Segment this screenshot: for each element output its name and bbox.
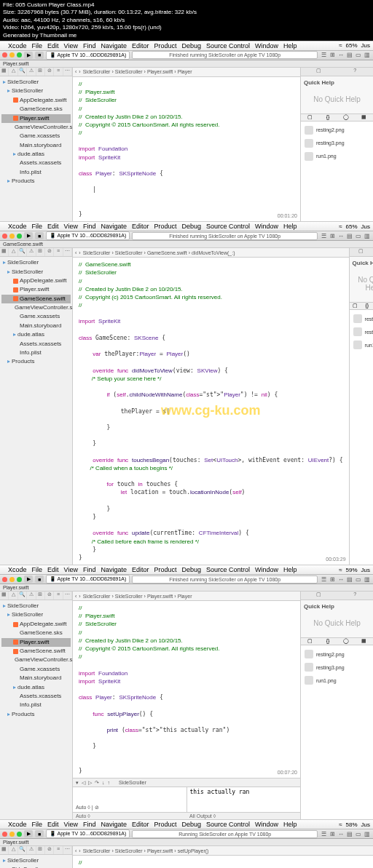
library-item[interactable]: resting2.png (303, 648, 371, 661)
nav-tab-4[interactable]: ⊞ (36, 68, 45, 76)
close-icon[interactable] (2, 832, 7, 837)
nav-tab-7[interactable]: ⋯ (63, 68, 72, 76)
library-item[interactable]: resting3.png (303, 137, 371, 150)
nav-tab-6[interactable]: ≡ (54, 248, 63, 256)
lib-tab-code[interactable]: {} (319, 114, 337, 121)
menu-file[interactable]: File (32, 223, 43, 230)
tree-item[interactable]: ▸SideScroller (1, 610, 71, 619)
nav-tab-6[interactable]: ≡ (54, 592, 63, 600)
breadcrumb[interactable]: SideScroller (83, 848, 111, 853)
menu-view[interactable]: View (64, 223, 78, 230)
editor-version-icon[interactable]: ↔ (337, 232, 345, 239)
scheme-selector[interactable]: 📱 Apple TV 10…6DDD829891A) (46, 575, 130, 584)
tree-item[interactable]: Main.storyboard (1, 141, 71, 150)
tree-item[interactable]: ▸SideScroller (1, 856, 71, 865)
menu-source-control[interactable]: Source Control (206, 42, 250, 49)
menu-navigate[interactable]: Navigate (101, 821, 127, 828)
menu-product[interactable]: Product (154, 566, 176, 573)
menu-window[interactable]: Window (255, 566, 278, 573)
menu-edit[interactable]: Edit (47, 821, 59, 828)
zoom-icon[interactable] (17, 577, 22, 582)
tree-item[interactable]: ▸dude.atlas (1, 150, 71, 159)
quickhelp-tab[interactable]: ? (337, 592, 374, 600)
tree-item[interactable]: GameViewController.swift (1, 656, 71, 664)
scheme-selector[interactable]: 📱 Apple TV 10…6DDD829891A) (46, 51, 130, 60)
tree-item[interactable]: ▸dude.atlas (1, 330, 71, 339)
dbg-step-in-icon[interactable]: ↓ (102, 780, 105, 785)
library-item[interactable]: run1.png (352, 338, 373, 351)
lib-tab-obj[interactable]: ◯ (337, 114, 356, 121)
nav-tab-6[interactable]: ≡ (54, 846, 63, 854)
tree-item[interactable]: ▸Products (1, 357, 71, 366)
tree-item[interactable]: Info.plist (1, 168, 71, 177)
menu-window[interactable]: Window (255, 821, 278, 828)
editor-standard-icon[interactable]: ☰ (320, 232, 327, 239)
menu-file[interactable]: File (32, 42, 43, 49)
toggle-nav-icon[interactable]: ▤ (346, 576, 353, 583)
library-item[interactable]: run1.png (303, 150, 371, 163)
toggle-util-icon[interactable]: ▥ (364, 830, 371, 837)
menu-xcode[interactable]: Xcode (8, 42, 27, 49)
nav-tab-3[interactable]: ⚠ (27, 248, 36, 256)
dbg-breakpoints-icon[interactable]: ◁ (82, 780, 85, 786)
tree-item[interactable]: Assets.xcassets (1, 692, 71, 701)
breadcrumb[interactable]: SideScroller (83, 594, 111, 599)
nav-tab-1[interactable]: △ (9, 846, 17, 854)
stop-button[interactable]: ■ (35, 576, 44, 583)
menu-view[interactable]: View (64, 566, 78, 573)
nav-tab-2[interactable]: 🔍 (18, 248, 27, 256)
menu-editor[interactable]: Editor (132, 223, 149, 230)
breadcrumb[interactable]: Player.swift (147, 69, 173, 74)
editor-assistant-icon[interactable]: ⊞ (329, 232, 336, 239)
forward-icon[interactable]: › (79, 594, 80, 599)
tree-item[interactable]: Game.xcassets (1, 665, 71, 674)
menu-edit[interactable]: Edit (47, 566, 59, 573)
tree-item[interactable]: ▸SideScroller (1, 602, 71, 610)
minimize-icon[interactable] (9, 52, 15, 57)
lib-tab-code[interactable]: {} (319, 638, 337, 645)
menu-edit[interactable]: Edit (47, 223, 59, 230)
minimize-icon[interactable] (9, 234, 15, 239)
code-editor[interactable]: // // Player.swift // SideScroller // //… (73, 77, 300, 221)
tree-item[interactable]: GameScene.sks (1, 629, 71, 637)
tree-item[interactable]: Game.xcassets (1, 132, 71, 140)
tree-item[interactable]: ▸SideScroller (1, 268, 71, 276)
tab-active[interactable]: GameScene.swift (3, 242, 43, 247)
toggle-nav-icon[interactable]: ▤ (346, 52, 353, 59)
nav-tab-4[interactable]: ⊞ (36, 592, 45, 600)
forward-icon[interactable]: › (79, 69, 80, 74)
editor-standard-icon[interactable]: ☰ (320, 576, 327, 583)
stop-button[interactable]: ■ (35, 830, 44, 837)
toggle-debug-icon[interactable]: ▭ (355, 830, 362, 837)
editor-assistant-icon[interactable]: ⊞ (329, 576, 336, 583)
toggle-nav-icon[interactable]: ▤ (346, 830, 353, 837)
file-inspector-tab[interactable]: ▢ (301, 68, 337, 76)
menu-navigate[interactable]: Navigate (101, 223, 127, 230)
library-item[interactable]: resting3.png (352, 325, 373, 338)
nav-tab-7[interactable]: ⋯ (63, 248, 72, 256)
menu-navigate[interactable]: Navigate (101, 566, 127, 573)
menu-view[interactable]: View (64, 42, 78, 49)
menu-file[interactable]: File (32, 566, 43, 573)
breadcrumb[interactable]: SideScroller (83, 69, 111, 74)
menu-source-control[interactable]: Source Control (206, 821, 250, 828)
code-editor[interactable]: // // Player.swift // SideScroller // //… (73, 856, 373, 868)
menu-product[interactable]: Product (154, 821, 176, 828)
code-editor[interactable]: // GameScene.swift // SideScroller // //… (73, 258, 349, 565)
tree-item[interactable]: Player.swift (1, 114, 71, 123)
tree-item[interactable]: Player.swift (1, 285, 71, 294)
nav-tab-4[interactable]: ⊞ (36, 248, 45, 256)
nav-tab-2[interactable]: 🔍 (18, 846, 27, 854)
toggle-debug-icon[interactable]: ▭ (355, 232, 362, 239)
menu-debug[interactable]: Debug (182, 566, 202, 573)
nav-tab-0[interactable]: ▦ (0, 248, 9, 256)
menu-product[interactable]: Product (154, 42, 176, 49)
tree-item[interactable]: Main.storyboard (1, 322, 71, 330)
tree-item[interactable]: Assets.xcassets (1, 340, 71, 349)
menu-xcode[interactable]: Xcode (8, 566, 27, 573)
jump-bar[interactable]: ‹›SideScroller › SideScroller › Player.s… (73, 592, 300, 601)
editor-version-icon[interactable]: ↔ (337, 52, 345, 59)
tab-active[interactable]: Player.swift (3, 61, 28, 66)
variables-view[interactable]: Auto ◊ | ⊘ (73, 787, 187, 812)
menu-find[interactable]: Find (83, 821, 96, 828)
